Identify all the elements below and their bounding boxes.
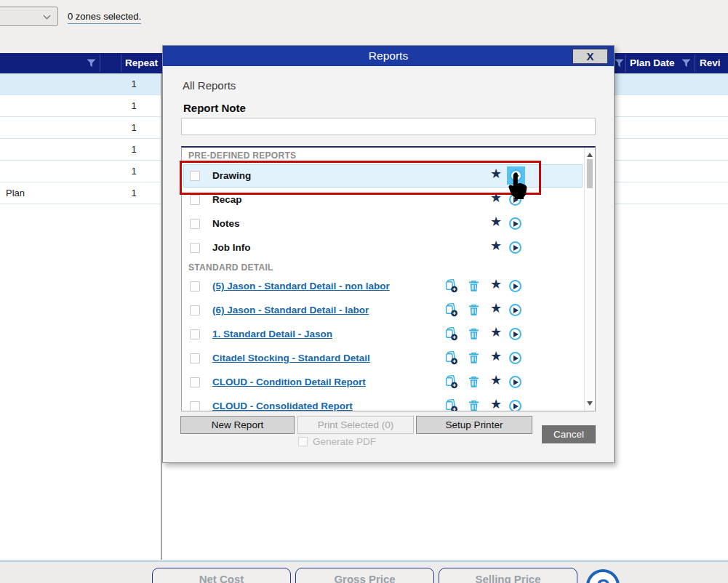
report-checkbox[interactable] bbox=[190, 353, 200, 363]
report-link[interactable]: (5) Jason - Standard Detail - non labor bbox=[212, 281, 390, 292]
close-button[interactable]: X bbox=[572, 48, 609, 65]
list-scrollbar[interactable] bbox=[584, 148, 595, 411]
dialog-title: Reports bbox=[163, 46, 614, 66]
favorite-star-icon[interactable]: ★ bbox=[490, 167, 502, 180]
print-selected-button[interactable]: Print Selected (0) bbox=[297, 416, 414, 434]
run-report-icon[interactable] bbox=[509, 241, 521, 254]
report-checkbox[interactable] bbox=[190, 401, 200, 411]
delete-report-icon[interactable] bbox=[468, 328, 479, 343]
run-report-highlight[interactable] bbox=[507, 166, 525, 185]
report-link[interactable]: CLOUD - Condition Detail Report bbox=[212, 377, 366, 387]
zone-dropdown[interactable] bbox=[0, 7, 58, 26]
filter-icon[interactable] bbox=[681, 59, 691, 68]
report-row-drawing[interactable]: Drawing ★ bbox=[182, 164, 584, 188]
report-row[interactable]: (6) Jason - Standard Detail - labor ★ bbox=[182, 299, 584, 322]
report-link[interactable]: 1. Standard Detail - Jason bbox=[212, 329, 332, 339]
delete-report-icon[interactable] bbox=[468, 376, 479, 391]
tab-gross-price[interactable]: Gross Price bbox=[295, 568, 434, 583]
report-name[interactable]: Notes bbox=[212, 218, 240, 229]
column-header-repeat[interactable]: Repeat bbox=[125, 57, 158, 68]
run-report-icon[interactable] bbox=[509, 400, 521, 411]
run-report-icon[interactable] bbox=[509, 193, 521, 206]
report-checkbox[interactable] bbox=[190, 171, 200, 181]
run-report-icon[interactable] bbox=[509, 352, 521, 364]
tab-selling-price[interactable]: Selling Price bbox=[439, 568, 577, 583]
report-checkbox[interactable] bbox=[190, 243, 200, 253]
report-name[interactable]: Drawing bbox=[212, 170, 251, 181]
report-checkbox[interactable] bbox=[190, 305, 200, 315]
scroll-up-icon[interactable] bbox=[587, 153, 593, 157]
favorite-star-icon[interactable]: ★ bbox=[490, 302, 502, 315]
reports-list: PRE-DEFINED REPORTS Drawing ★ Recap ★ No… bbox=[181, 146, 596, 411]
bottom-bar: Net Cost Gross Price Selling Price C bbox=[0, 560, 728, 583]
report-checkbox[interactable] bbox=[190, 219, 200, 229]
new-report-button[interactable]: New Report bbox=[180, 416, 295, 434]
report-name[interactable]: Recap bbox=[212, 194, 242, 205]
delete-report-icon[interactable] bbox=[468, 304, 479, 319]
report-link[interactable]: Citadel Stocking - Standard Detail bbox=[212, 353, 370, 363]
report-row[interactable]: (5) Jason - Standard Detail - non labor … bbox=[182, 275, 584, 298]
copy-report-icon[interactable] bbox=[444, 327, 458, 344]
scrollbar-thumb[interactable] bbox=[587, 159, 593, 188]
tab-net-cost[interactable]: Net Cost bbox=[152, 568, 291, 583]
copy-report-icon[interactable] bbox=[444, 375, 458, 392]
reports-dialog: Reports X All Reports Report Note PRE-DE… bbox=[162, 45, 615, 463]
run-report-icon[interactable] bbox=[509, 217, 521, 230]
favorite-star-icon[interactable]: ★ bbox=[490, 191, 502, 204]
report-checkbox[interactable] bbox=[190, 377, 200, 387]
section-header-predefined: PRE-DEFINED REPORTS bbox=[188, 150, 296, 161]
report-row-notes[interactable]: Notes ★ bbox=[182, 212, 584, 236]
report-note-input[interactable] bbox=[181, 118, 596, 135]
run-report-icon[interactable] bbox=[509, 328, 521, 340]
setup-printer-button[interactable]: Setup Printer bbox=[416, 416, 532, 434]
filter-icon[interactable] bbox=[615, 59, 624, 68]
delete-report-icon[interactable] bbox=[468, 400, 479, 411]
report-row-job-info[interactable]: Job Info ★ bbox=[182, 236, 584, 260]
delete-report-icon[interactable] bbox=[468, 352, 479, 367]
run-report-icon[interactable] bbox=[509, 376, 521, 388]
all-reports-label: All Reports bbox=[183, 79, 236, 92]
favorite-star-icon[interactable]: ★ bbox=[490, 215, 502, 228]
report-row[interactable]: CLOUD - Consolidated Report ★ bbox=[182, 395, 584, 411]
generate-pdf-checkbox[interactable] bbox=[298, 437, 308, 446]
report-link[interactable]: (6) Jason - Standard Detail - labor bbox=[212, 305, 369, 315]
copy-report-icon[interactable] bbox=[444, 351, 458, 368]
run-report-icon[interactable] bbox=[510, 169, 522, 182]
run-report-icon[interactable] bbox=[509, 304, 521, 316]
report-link[interactable]: CLOUD - Consolidated Report bbox=[212, 401, 353, 411]
report-row[interactable]: 1. Standard Detail - Jason ★ bbox=[182, 323, 584, 346]
favorite-star-icon[interactable]: ★ bbox=[490, 398, 502, 411]
filter-icon[interactable] bbox=[87, 59, 96, 68]
run-report-icon[interactable] bbox=[509, 280, 521, 292]
favorite-star-icon[interactable]: ★ bbox=[490, 374, 502, 387]
copy-report-icon[interactable] bbox=[444, 279, 458, 296]
favorite-star-icon[interactable]: ★ bbox=[490, 350, 502, 363]
scroll-down-icon[interactable] bbox=[587, 401, 593, 406]
favorite-star-icon[interactable]: ★ bbox=[490, 326, 502, 339]
delete-report-icon[interactable] bbox=[468, 280, 479, 295]
favorite-star-icon[interactable]: ★ bbox=[490, 239, 502, 252]
column-header-revision[interactable]: Revi bbox=[700, 57, 721, 68]
chevron-down-icon bbox=[44, 12, 51, 19]
section-header-standard-detail: STANDARD DETAIL bbox=[188, 262, 273, 273]
report-checkbox[interactable] bbox=[190, 195, 200, 205]
report-note-label: Report Note bbox=[183, 102, 246, 114]
copy-report-icon[interactable] bbox=[444, 303, 458, 320]
report-name[interactable]: Job Info bbox=[212, 242, 251, 253]
generate-pdf-label: Generate PDF bbox=[313, 436, 376, 447]
brand-logo: C bbox=[586, 569, 620, 583]
report-row[interactable]: CLOUD - Condition Detail Report ★ bbox=[182, 371, 584, 394]
report-checkbox[interactable] bbox=[190, 281, 200, 292]
cancel-button[interactable]: Cancel bbox=[542, 425, 596, 443]
report-row-recap[interactable]: Recap ★ bbox=[182, 188, 584, 212]
report-checkbox[interactable] bbox=[190, 329, 200, 339]
column-header-plan-date[interactable]: Plan Date bbox=[630, 57, 675, 68]
favorite-star-icon[interactable]: ★ bbox=[490, 278, 502, 291]
application-window: 0 zones selected. 1 1 1 1 1 Plan 1 Repea… bbox=[0, 0, 728, 583]
zones-selected-link[interactable]: 0 zones selected. bbox=[68, 11, 141, 24]
copy-report-icon[interactable] bbox=[444, 399, 458, 411]
report-row[interactable]: Citadel Stocking - Standard Detail ★ bbox=[182, 347, 584, 370]
